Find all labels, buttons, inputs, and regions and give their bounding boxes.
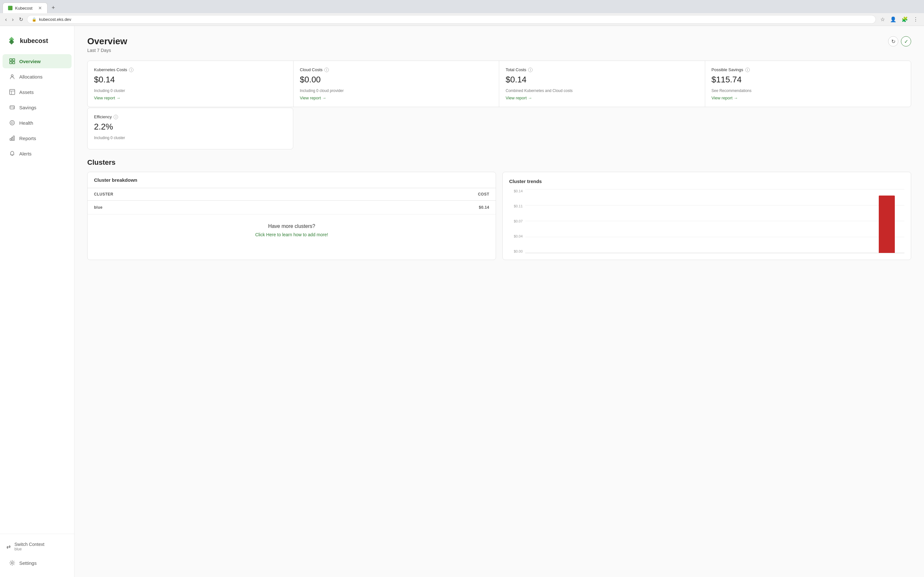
- cloud-costs-link[interactable]: View report →: [300, 95, 493, 100]
- possible-savings-title: Possible Savings i: [712, 67, 905, 72]
- cloud-costs-card: Cloud Costs i $0.00 Including 0 cloud pr…: [294, 61, 499, 107]
- cost-col-header: COST: [478, 192, 489, 197]
- svg-rect-15: [13, 136, 15, 140]
- cloud-costs-value: $0.00: [300, 75, 493, 85]
- reload-button[interactable]: ↻: [18, 15, 24, 24]
- chart-y-axis: $0.14 $0.11 $0.07 $0.04 $0.00: [509, 189, 525, 253]
- svg-rect-13: [10, 139, 11, 140]
- svg-rect-5: [10, 89, 15, 95]
- y-label-4: $0.00: [509, 250, 523, 253]
- possible-savings-value: $115.74: [712, 75, 905, 85]
- switch-context-button[interactable]: ⇄ Switch Context blue: [0, 538, 74, 555]
- profile-button[interactable]: 👤: [888, 15, 898, 24]
- kubernetes-costs-info-icon[interactable]: i: [129, 68, 134, 72]
- sidebar-item-assets[interactable]: Assets: [3, 85, 71, 99]
- cluster-trends-chart: $0.14 $0.11 $0.07 $0.04 $0.00: [509, 189, 905, 253]
- table-icon: [9, 89, 15, 95]
- total-costs-info-icon[interactable]: i: [528, 68, 533, 72]
- cluster-name-cell: blue: [94, 205, 479, 210]
- svg-rect-2: [10, 61, 12, 64]
- sidebar-item-health-label: Health: [19, 120, 33, 126]
- kubernetes-costs-desc: Including 0 cluster: [94, 89, 287, 93]
- sidebar-item-assets-label: Assets: [19, 89, 34, 95]
- savings-icon: [9, 104, 15, 111]
- circle-icon: [9, 119, 15, 126]
- efficiency-info-icon[interactable]: i: [113, 115, 118, 119]
- sidebar-item-savings-label: Savings: [19, 105, 36, 110]
- sidebar-item-reports-label: Reports: [19, 135, 36, 141]
- more-clusters-link[interactable]: Click Here to learn how to add more!: [255, 232, 328, 237]
- page-title-block: Overview Last 7 Days: [87, 36, 128, 53]
- svg-rect-14: [11, 137, 13, 140]
- sidebar-item-allocations[interactable]: Allocations: [3, 69, 71, 84]
- cluster-col-header: CLUSTER: [94, 192, 478, 197]
- cloud-costs-desc: Including 0 cloud provider: [300, 89, 493, 93]
- possible-savings-info-icon[interactable]: i: [745, 68, 750, 72]
- y-label-1: $0.11: [509, 204, 523, 208]
- extensions-button[interactable]: 🧩: [900, 15, 910, 24]
- app-container: kubecost Overview Allocations: [0, 26, 924, 577]
- clusters-section-title: Clusters: [87, 158, 911, 167]
- people-icon: [9, 73, 15, 80]
- tab-title: Kubecost: [15, 6, 32, 11]
- menu-button[interactable]: ⋮: [911, 15, 920, 24]
- forward-button[interactable]: ›: [11, 15, 15, 24]
- y-label-2: $0.07: [509, 219, 523, 223]
- refresh-button[interactable]: ↻: [888, 36, 898, 47]
- main-content: Overview Last 7 Days ↻ ✓ Kubernetes Cost…: [74, 26, 924, 577]
- bar-chart-icon: [9, 135, 15, 141]
- total-costs-title: Total Costs i: [506, 67, 698, 72]
- cluster-cost-cell: $0.14: [479, 205, 489, 210]
- efficiency-card: Efficiency i 2.2% Including 0 cluster: [87, 108, 293, 149]
- sidebar-item-settings[interactable]: Settings: [3, 556, 71, 570]
- sidebar-item-alerts-label: Alerts: [19, 151, 31, 156]
- kubernetes-costs-card: Kubernetes Costs i $0.14 Including 0 clu…: [87, 61, 294, 107]
- logo: kubecost: [0, 32, 74, 53]
- svg-rect-3: [13, 61, 15, 64]
- sidebar-item-health[interactable]: Health: [3, 116, 71, 130]
- cloud-costs-title: Cloud Costs i: [300, 67, 493, 72]
- header-actions: ↻ ✓: [888, 36, 911, 47]
- tab-close-button[interactable]: ✕: [38, 5, 42, 11]
- active-tab[interactable]: 🌿 Kubecost ✕: [3, 3, 47, 13]
- sidebar-item-overview-label: Overview: [19, 59, 41, 64]
- check-button[interactable]: ✓: [901, 36, 911, 47]
- sidebar-bottom: ⇄ Switch Context blue Settings: [0, 534, 74, 571]
- possible-savings-link[interactable]: View report →: [712, 95, 905, 100]
- efficiency-desc: Including 0 cluster: [94, 135, 286, 140]
- sidebar-item-settings-label: Settings: [19, 560, 37, 566]
- logo-icon: [6, 35, 17, 46]
- cluster-table-header: CLUSTER COST: [87, 188, 496, 201]
- back-button[interactable]: ‹: [4, 15, 8, 24]
- sidebar-item-alerts[interactable]: Alerts: [3, 147, 71, 161]
- sidebar-item-overview[interactable]: Overview: [3, 54, 71, 68]
- total-costs-link[interactable]: View report →: [506, 95, 698, 100]
- efficiency-title: Efficiency i: [94, 114, 286, 119]
- cloud-costs-info-icon[interactable]: i: [325, 68, 329, 72]
- kubernetes-costs-link[interactable]: View report →: [94, 95, 287, 100]
- total-costs-desc: Combined Kubernetes and Cloud costs: [506, 89, 698, 93]
- cluster-breakdown-card: Cluster breakdown CLUSTER COST blue $0.1…: [87, 172, 496, 260]
- chart-bar: [879, 195, 895, 253]
- tab-bar: 🌿 Kubecost ✕ +: [0, 0, 924, 13]
- possible-savings-desc: See Recommendations: [712, 89, 905, 93]
- chart-plot-area: [525, 189, 905, 253]
- page-title: Overview: [87, 36, 128, 47]
- bookmark-button[interactable]: ☆: [879, 15, 887, 24]
- svg-point-11: [10, 121, 15, 125]
- cost-cards-grid: Kubernetes Costs i $0.14 Including 0 clu…: [87, 61, 911, 107]
- kubernetes-costs-title: Kubernetes Costs i: [94, 67, 287, 72]
- svg-rect-8: [10, 106, 15, 109]
- sidebar-item-savings[interactable]: Savings: [3, 100, 71, 114]
- total-costs-value: $0.14: [506, 75, 698, 85]
- browser-chrome: 🌿 Kubecost ✕ + ‹ › ↻ 🔒 kubecost.eks.dev …: [0, 0, 924, 26]
- url-bar[interactable]: 🔒 kubecost.eks.dev: [27, 15, 876, 24]
- new-tab-button[interactable]: +: [49, 3, 58, 13]
- cluster-trends-card: Cluster trends $0.14 $0.11 $0.07 $0.04 $…: [502, 172, 911, 260]
- possible-savings-card: Possible Savings i $115.74 See Recommend…: [705, 61, 911, 107]
- more-clusters-title: Have more clusters?: [94, 223, 489, 229]
- bell-icon: [9, 150, 15, 157]
- sidebar-item-reports[interactable]: Reports: [3, 131, 71, 145]
- svg-rect-0: [10, 59, 12, 61]
- efficiency-value: 2.2%: [94, 122, 286, 132]
